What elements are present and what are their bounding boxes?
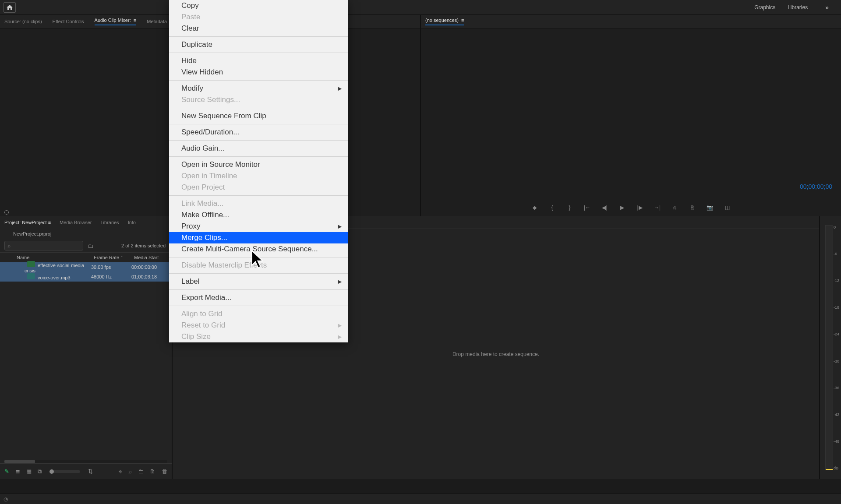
program-controls: ◆ { } |← ◀| ▶ |▶ →| ⎌ ⎘ 📷 ◫: [421, 199, 841, 216]
clip-table: Name Frame Rate˄ Media Start effective-s…: [0, 252, 172, 460]
lower-panels: Project: NewProject ≡ Media Browser Libr…: [0, 216, 841, 479]
submenu-arrow-icon: ▶: [338, 223, 342, 229]
submenu-arrow-icon: ▶: [338, 85, 342, 92]
menu-item-speed-duration[interactable]: Speed/Duration...: [169, 127, 348, 138]
workspace-overflow[interactable]: »: [825, 4, 829, 11]
menu-item-label: Reset to Grid: [181, 321, 225, 330]
menu-divider: [169, 195, 348, 196]
clip-mediastart: 00:00:00:00: [131, 264, 172, 270]
slider-handle[interactable]: [4, 210, 9, 215]
menu-item-hide[interactable]: Hide: [169, 55, 348, 67]
menu-item-label: Align to Grid: [181, 310, 223, 318]
project-file-label: NewProject.prproj: [0, 229, 172, 239]
tab-project[interactable]: Project: NewProject ≡: [4, 220, 51, 225]
menu-item-link-media: Link Media...: [169, 198, 348, 209]
menu-item-create-multi-camera-source-sequence[interactable]: Create Multi-Camera Source Sequence...: [169, 243, 348, 255]
menu-divider: [169, 36, 348, 37]
menu-item-label[interactable]: Label▶: [169, 276, 348, 287]
clear-icon[interactable]: 🗑: [162, 468, 167, 475]
menu-item-label: Hide: [181, 56, 197, 65]
status-bar: ◔: [0, 493, 841, 504]
clip-row-audio[interactable]: voice-over.mp3 48000 Hz 01;00;03;18: [0, 272, 172, 282]
zoom-slider[interactable]: [49, 470, 80, 473]
menu-item-proxy[interactable]: Proxy▶: [169, 221, 348, 232]
menu-item-merge-clips[interactable]: Merge Clips...: [169, 232, 348, 243]
program-panel: (no sequences) ≡ 00;00;00;00 ◆ { } |← ◀|…: [420, 15, 841, 216]
tab-effect-controls[interactable]: Effect Controls: [53, 19, 84, 24]
search-icon: ⌕: [7, 243, 11, 249]
workspace-tab-libraries[interactable]: Libraries: [788, 4, 808, 11]
meter-tick: -12: [834, 278, 839, 283]
step-back-icon[interactable]: ◀|: [601, 204, 609, 211]
menu-item-label: Paste: [181, 13, 200, 21]
play-icon[interactable]: ▶: [618, 204, 626, 211]
freeform-view-icon[interactable]: ⧉: [38, 468, 42, 475]
menu-item-label: Create Multi-Camera Source Sequence...: [181, 245, 318, 254]
timeline-drop-hint: Drop media here to create sequence.: [452, 351, 539, 357]
menu-item-modify[interactable]: Modify▶: [169, 83, 348, 94]
zoom-handle[interactable]: [49, 469, 54, 474]
menu-item-open-in-timeline: Open in Timeline: [169, 170, 348, 182]
workspace-tab-graphics[interactable]: Graphics: [754, 4, 775, 11]
bin-icon[interactable]: 🗀: [88, 243, 93, 249]
menu-item-align-to-grid: Align to Grid: [169, 308, 348, 320]
menu-item-duplicate[interactable]: Duplicate: [169, 39, 348, 50]
in-point-icon[interactable]: {: [548, 204, 556, 211]
menu-divider: [169, 306, 348, 306]
home-button[interactable]: [4, 2, 16, 13]
menu-item-copy[interactable]: Copy: [169, 0, 348, 11]
go-out-icon[interactable]: →|: [654, 204, 661, 211]
find-icon[interactable]: ⌕: [128, 468, 132, 475]
menu-item-open-in-source-monitor[interactable]: Open in Source Monitor: [169, 159, 348, 170]
menu-item-view-hidden[interactable]: View Hidden: [169, 67, 348, 78]
out-point-icon[interactable]: }: [566, 204, 574, 211]
tab-info[interactable]: Info: [128, 220, 136, 225]
col-header-mediastart[interactable]: Media Start: [131, 255, 172, 260]
menu-item-label: Open in Source Monitor: [181, 160, 260, 169]
menu-item-audio-gain[interactable]: Audio Gain...: [169, 143, 348, 154]
extract-icon[interactable]: ⎘: [689, 204, 696, 211]
tab-libraries[interactable]: Libraries: [100, 220, 119, 225]
col-header-name[interactable]: Name: [14, 255, 91, 260]
tab-metadata[interactable]: Metadata: [147, 19, 167, 24]
menu-item-label: Merge Clips...: [181, 233, 227, 242]
menu-item-make-offline[interactable]: Make Offline...: [169, 209, 348, 221]
menu-item-label: View Hidden: [181, 68, 223, 77]
comparison-icon[interactable]: ◫: [724, 204, 731, 211]
menu-item-new-sequence-from-clip[interactable]: New Sequence From Clip: [169, 110, 348, 122]
sort-icon[interactable]: ⇅: [88, 468, 93, 475]
menu-item-export-media[interactable]: Export Media...: [169, 292, 348, 303]
menu-item-label: Label: [181, 277, 200, 286]
automate-icon[interactable]: ⎆: [119, 468, 122, 475]
clip-mediastart: 01;00;03;18: [131, 274, 172, 279]
project-footer: ✎ ≣ ▦ ⧉ ⇅ ⎆ ⌕ 🗀 🗎 🗑: [0, 463, 172, 479]
meter-tick: -24: [834, 332, 839, 336]
tab-audio-clip-mixer[interactable]: Audio Clip Mixer: ≡: [95, 18, 137, 25]
tab-project-label: Project: NewProject: [4, 220, 47, 225]
tab-source[interactable]: Source: (no clips): [4, 19, 42, 24]
tab-media-browser[interactable]: Media Browser: [60, 220, 92, 225]
top-toolbar: Graphics Libraries »: [0, 0, 841, 15]
new-item-icon[interactable]: 🗎: [150, 468, 155, 475]
submenu-arrow-icon: ▶: [338, 322, 342, 328]
export-frame-icon[interactable]: 📷: [706, 204, 714, 211]
step-fwd-icon[interactable]: |▶: [636, 204, 644, 211]
project-search-input[interactable]: ⌕: [4, 241, 83, 250]
menu-item-clear[interactable]: Clear: [169, 23, 348, 34]
col-header-framerate[interactable]: Frame Rate˄: [91, 255, 131, 260]
new-bin-icon[interactable]: 🗀: [138, 468, 144, 475]
freeform-icon[interactable]: ✎: [4, 468, 9, 475]
icon-view-icon[interactable]: ▦: [26, 468, 32, 475]
tab-program[interactable]: (no sequences) ≡: [425, 18, 464, 25]
upper-panels: Source: (no clips) Effect Controls Audio…: [0, 15, 841, 216]
meter-tick: -48: [834, 439, 839, 444]
menu-divider: [169, 124, 348, 124]
h-scrollbar[interactable]: [4, 460, 35, 463]
list-view-icon[interactable]: ≣: [15, 468, 20, 475]
submenu-arrow-icon: ▶: [338, 334, 342, 340]
meter-fill: [826, 469, 833, 470]
marker-icon[interactable]: ◆: [531, 204, 539, 211]
go-in-icon[interactable]: |←: [583, 204, 591, 211]
lift-icon[interactable]: ⎌: [671, 204, 679, 211]
clip-row-video[interactable]: effective-social-media-crisis 30.00 fps …: [0, 262, 172, 272]
